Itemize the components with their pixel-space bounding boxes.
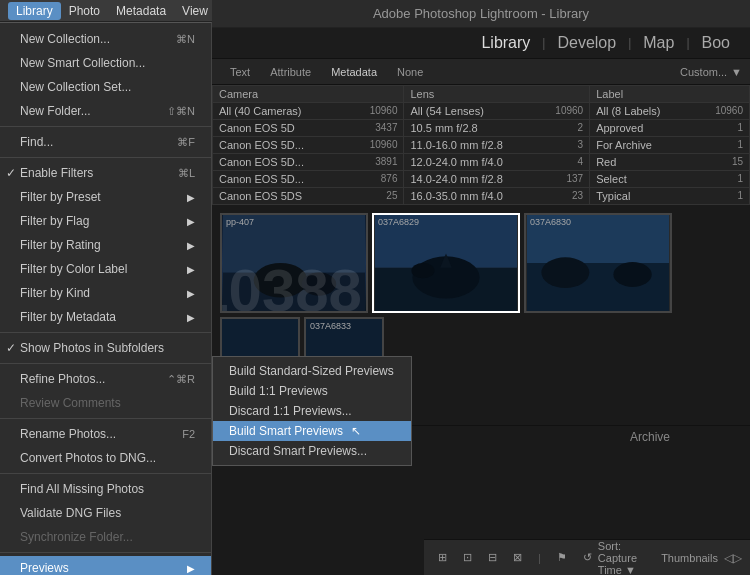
photo-2-svg: [374, 215, 518, 311]
menu-new-folder[interactable]: New Folder... ⇧⌘N: [0, 99, 211, 123]
rotate-btn[interactable]: ↺: [577, 549, 598, 566]
filter-bar: Text Attribute Metadata None Custom... ▼: [212, 59, 750, 85]
metadata-camera-cell[interactable]: Canon EOS 5DS25: [213, 188, 404, 205]
metadata-camera-cell[interactable]: Canon EOS 5D...3891: [213, 154, 404, 171]
metadata-lens-cell[interactable]: 12.0-24.0 mm f/4.04: [404, 154, 590, 171]
menu-convert-dng[interactable]: Convert Photos to DNG...: [0, 446, 211, 470]
sep7: [0, 552, 211, 553]
col-lens[interactable]: Lens: [404, 86, 590, 103]
menu-filter-preset[interactable]: Filter by Preset ▶: [0, 185, 211, 209]
cursor-indicator: ↖: [351, 424, 361, 438]
menu-filter-rating[interactable]: Filter by Rating ▶: [0, 233, 211, 257]
filter-none[interactable]: None: [387, 64, 433, 80]
menu-sync-folder: Synchronize Folder...: [0, 525, 211, 549]
metadata-camera-cell[interactable]: Canon EOS 5D...10960: [213, 137, 404, 154]
tab-map[interactable]: Map: [633, 32, 684, 54]
menu-new-collection[interactable]: New Collection... ⌘N: [0, 27, 211, 51]
svg-point-7: [411, 263, 434, 278]
menu-filter-metadata[interactable]: Filter by Metadata ▶: [0, 305, 211, 329]
tab-book[interactable]: Boo: [692, 32, 740, 54]
filter-custom[interactable]: Custom... ▼: [680, 66, 742, 78]
metadata-lens-cell[interactable]: 10.5 mm f/2.82: [404, 120, 590, 137]
metadata-label-cell[interactable]: Select1: [590, 171, 750, 188]
sep4: [0, 363, 211, 364]
menu-new-smart-collection[interactable]: New Smart Collection...: [0, 51, 211, 75]
metadata-label-cell[interactable]: Typical1: [590, 188, 750, 205]
menu-metadata[interactable]: Metadata: [108, 2, 174, 20]
photo-thumb-1[interactable]: pp-407 10388: [220, 213, 368, 313]
sep2: [0, 157, 211, 158]
loupe-view-btn[interactable]: ⊡: [457, 549, 478, 566]
sep6: [0, 473, 211, 474]
filter-metadata[interactable]: Metadata: [321, 64, 387, 80]
menu-enable-filters[interactable]: Enable Filters ⌘L: [0, 161, 211, 185]
tab-develop[interactable]: Develop: [547, 32, 626, 54]
bottom-toolbar: ⊞ ⊡ ⊟ ⊠ | ⚑ ↺ Sort: Capture Time ▼ Thumb…: [424, 539, 750, 575]
menu-rename-photos[interactable]: Rename Photos... F2: [0, 422, 211, 446]
tab-sep1: |: [540, 36, 547, 50]
menu-show-subfolders[interactable]: Show Photos in Subfolders: [0, 336, 211, 360]
menu-filter-kind[interactable]: Filter by Kind ▶: [0, 281, 211, 305]
dropdown-icon: ▼: [731, 66, 742, 78]
menu-find[interactable]: Find... ⌘F: [0, 130, 211, 154]
sep5: [0, 418, 211, 419]
metadata-label-cell[interactable]: Approved1: [590, 120, 750, 137]
metadata-lens-cell[interactable]: 16.0-35.0 mm f/4.023: [404, 188, 590, 205]
tab-library[interactable]: Library: [471, 32, 540, 54]
sep3: [0, 332, 211, 333]
submenu-discard-smart[interactable]: Discard Smart Previews...: [213, 441, 411, 461]
submenu-discard-1to1[interactable]: Discard 1:1 Previews...: [213, 401, 411, 421]
submenu-build-standard[interactable]: Build Standard-Sized Previews: [213, 361, 411, 381]
flag-btn[interactable]: ⚑: [551, 549, 573, 566]
sort-control[interactable]: Sort: Capture Time ▼: [598, 540, 653, 576]
photo-thumb-2[interactable]: 037A6829: [372, 213, 520, 313]
metadata-table: Camera Lens Label All (40 Cameras)10960 …: [212, 85, 750, 205]
menu-previews[interactable]: Previews ▶: [0, 556, 211, 575]
grid-view-btn[interactable]: ⊞: [432, 549, 453, 566]
metadata-lens-cell[interactable]: All (54 Lenses)10960: [404, 103, 590, 120]
menu-filter-color[interactable]: Filter by Color Label ▶: [0, 257, 211, 281]
photo-thumb-3[interactable]: 037A6830: [524, 213, 672, 313]
library-panel: Adobe Photoshop Lightroom - Library Libr…: [212, 0, 750, 575]
menu-photo[interactable]: Photo: [61, 2, 108, 20]
metadata-camera-cell[interactable]: All (40 Cameras)10960: [213, 103, 404, 120]
filter-text[interactable]: Text: [220, 64, 260, 80]
metadata-label-cell[interactable]: All (8 Labels)10960: [590, 103, 750, 120]
menu-refine-photos[interactable]: Refine Photos... ⌃⌘R: [0, 367, 211, 391]
metadata-camera-cell[interactable]: Canon EOS 5D3437: [213, 120, 404, 137]
title-bar: Adobe Photoshop Lightroom - Library: [212, 0, 750, 28]
module-tabs: Library | Develop | Map | Boo: [212, 28, 750, 59]
compare-btn[interactable]: ⊟: [482, 549, 503, 566]
filter-attribute[interactable]: Attribute: [260, 64, 321, 80]
photo-1-label: pp-407: [226, 217, 254, 227]
svg-point-11: [541, 257, 589, 288]
survey-btn[interactable]: ⊠: [507, 549, 528, 566]
metadata-label-cell[interactable]: For Archive1: [590, 137, 750, 154]
submenu-build-1to1[interactable]: Build 1:1 Previews: [213, 381, 411, 401]
menu-validate-dng[interactable]: Validate DNG Files: [0, 501, 211, 525]
tab-sep2: |: [626, 36, 633, 50]
metadata-camera-cell[interactable]: Canon EOS 5D...876: [213, 171, 404, 188]
submenu-build-smart[interactable]: Build Smart Previews ↖: [213, 421, 411, 441]
svg-point-12: [613, 262, 651, 287]
metadata-label-cell[interactable]: Red15: [590, 154, 750, 171]
library-dropdown-menu: New Collection... ⌘N New Smart Collectio…: [0, 22, 212, 575]
photo-1-number: 10388: [220, 261, 362, 313]
menu-find-missing[interactable]: Find All Missing Photos: [0, 477, 211, 501]
toolbar-icons: ⊞ ⊡ ⊟ ⊠ | ⚑ ↺: [432, 549, 598, 566]
thumbnails-label: Thumbnails: [661, 552, 718, 564]
col-label[interactable]: Label: [590, 86, 750, 103]
menu-library[interactable]: Library: [8, 2, 61, 20]
slider-icon[interactable]: ◁▷: [724, 551, 742, 565]
menu-new-collection-set[interactable]: New Collection Set...: [0, 75, 211, 99]
menu-filter-flag[interactable]: Filter by Flag ▶: [0, 209, 211, 233]
col-camera[interactable]: Camera: [213, 86, 404, 103]
metadata-lens-cell[interactable]: 14.0-24.0 mm f/2.8137: [404, 171, 590, 188]
menu-review-comments: Review Comments: [0, 391, 211, 415]
previews-submenu: Build Standard-Sized Previews Build 1:1 …: [212, 356, 412, 466]
archive-label: Archive: [630, 430, 670, 444]
metadata-lens-cell[interactable]: 11.0-16.0 mm f/2.83: [404, 137, 590, 154]
menu-view[interactable]: View: [174, 2, 216, 20]
tab-sep3: |: [684, 36, 691, 50]
photo-3-svg: [526, 215, 670, 311]
